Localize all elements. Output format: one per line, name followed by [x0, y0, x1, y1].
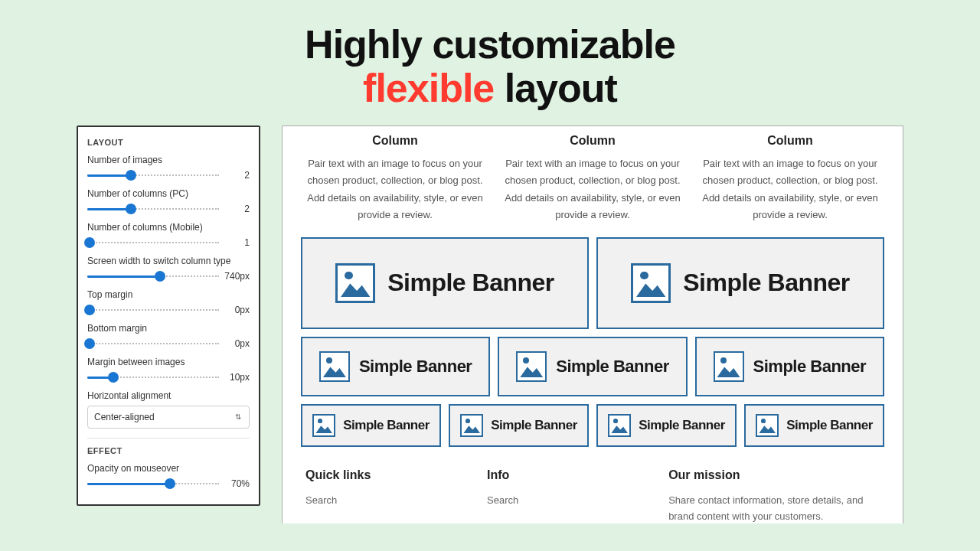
settings-sidebar: LAYOUT Number of images 2 Number of colu…: [77, 126, 260, 506]
image-placeholder-icon: [319, 351, 350, 382]
value-bottom-margin: 0px: [224, 338, 250, 349]
preview-column: Column Pair text with an image to focus …: [498, 134, 687, 223]
value-switch-width: 740px: [224, 271, 250, 282]
value-opacity: 70%: [224, 478, 250, 489]
image-placeholder-icon: [312, 414, 335, 437]
footer-link-search[interactable]: Search: [305, 494, 337, 506]
banner-label: Simple Banner: [556, 357, 669, 377]
control-number-of-images: Number of images 2: [87, 155, 250, 181]
label-switch-width: Screen width to switch column type: [87, 256, 250, 266]
control-image-margin: Margin between images 10px: [87, 357, 250, 383]
column-body: Pair text with an image to focus on your…: [696, 155, 884, 223]
control-opacity: Opacity on mouseover 70%: [87, 463, 250, 489]
hero-line1: Highly customizable: [305, 22, 675, 67]
label-opacity: Opacity on mouseover: [87, 463, 250, 474]
hero-heading: Highly customizable flexible layout: [0, 23, 980, 110]
footer-mission: Our mission Share contact information, s…: [668, 468, 880, 524]
control-horizontal-alignment: Horizontal alignment Center-aligned ⇅: [87, 390, 250, 429]
image-placeholder-icon: [631, 263, 671, 303]
label-h-align: Horizontal alignment: [87, 390, 250, 401]
image-placeholder-icon: [516, 351, 547, 382]
banner-label: Simple Banner: [359, 357, 472, 377]
slider-opacity[interactable]: [87, 478, 219, 489]
banner-item[interactable]: Simple Banner: [301, 404, 441, 447]
preview-pane: Column Pair text with an image to focus …: [282, 126, 903, 523]
column-heading: Column: [696, 134, 884, 148]
hero-line2-rest: layout: [494, 66, 617, 110]
label-cols-pc: Number of columns (PC): [87, 188, 250, 199]
section-header-layout: LAYOUT: [87, 138, 250, 147]
footer-heading: Info: [487, 468, 638, 482]
slider-cols-pc[interactable]: [87, 204, 219, 214]
banner-item[interactable]: Simple Banner: [596, 237, 884, 329]
image-placeholder-icon: [335, 263, 375, 303]
footer-link-search[interactable]: Search: [487, 494, 518, 506]
image-placeholder-icon: [756, 414, 779, 437]
label-bottom-margin: Bottom margin: [87, 323, 250, 334]
banner-grid: Simple Banner Simple Banner Simple Banne…: [283, 223, 903, 447]
footer-quick-links: Quick links Search: [305, 468, 456, 524]
image-placeholder-icon: [608, 414, 631, 437]
hero-accent: flexible: [363, 66, 494, 110]
section-header-effect: EFFECT: [87, 446, 250, 455]
preview-column: Column Pair text with an image to focus …: [696, 134, 884, 223]
footer-mission-body: Share contact information, store details…: [668, 493, 880, 524]
banner-item[interactable]: Simple Banner: [744, 404, 884, 447]
control-top-margin: Top margin 0px: [87, 289, 250, 315]
banner-item[interactable]: Simple Banner: [695, 337, 884, 396]
banner-label: Simple Banner: [753, 357, 867, 377]
slider-switch-width[interactable]: [87, 271, 219, 282]
slider-cols-mobile[interactable]: [87, 237, 219, 248]
control-number-of-columns-mobile: Number of columns (Mobile) 1: [87, 222, 250, 248]
slider-num-images[interactable]: [87, 170, 219, 181]
column-heading: Column: [498, 134, 687, 148]
banner-item[interactable]: Simple Banner: [301, 337, 490, 396]
control-switch-width: Screen width to switch column type 740px: [87, 256, 250, 282]
banner-label: Simple Banner: [387, 269, 554, 297]
banner-item[interactable]: Simple Banner: [301, 237, 589, 329]
slider-top-margin[interactable]: [87, 305, 219, 315]
value-num-images: 2: [224, 170, 250, 181]
select-horizontal-alignment[interactable]: Center-aligned ⇅: [87, 406, 250, 429]
preview-column: Column Pair text with an image to focus …: [301, 134, 489, 223]
column-heading: Column: [301, 134, 489, 148]
banner-label: Simple Banner: [491, 418, 577, 433]
slider-img-margin[interactable]: [87, 372, 219, 383]
banner-label: Simple Banner: [683, 269, 850, 297]
select-value: Center-aligned: [94, 412, 155, 422]
hero-title: Highly customizable flexible layout: [0, 0, 980, 126]
chevron-up-down-icon: ⇅: [235, 413, 243, 421]
banner-item[interactable]: Simple Banner: [449, 404, 589, 447]
banner-label: Simple Banner: [343, 418, 430, 433]
label-img-margin: Margin between images: [87, 357, 250, 367]
footer-heading: Our mission: [668, 468, 880, 482]
label-cols-mobile: Number of columns (Mobile): [87, 222, 250, 233]
section-divider: [87, 438, 250, 439]
banner-item[interactable]: Simple Banner: [498, 337, 687, 396]
label-top-margin: Top margin: [87, 289, 250, 300]
column-body: Pair text with an image to focus on your…: [498, 155, 687, 223]
footer-heading: Quick links: [305, 468, 456, 482]
image-placeholder-icon: [460, 414, 483, 437]
banner-label: Simple Banner: [786, 418, 873, 433]
value-cols-mobile: 1: [224, 237, 250, 248]
value-cols-pc: 2: [224, 204, 250, 214]
image-placeholder-icon: [714, 351, 744, 382]
label-num-images: Number of images: [87, 155, 250, 165]
column-body: Pair text with an image to focus on your…: [301, 155, 489, 223]
value-img-margin: 10px: [224, 372, 250, 383]
control-bottom-margin: Bottom margin 0px: [87, 323, 250, 349]
footer-info: Info Search: [487, 468, 638, 524]
slider-bottom-margin[interactable]: [87, 338, 219, 349]
preview-footer: Quick links Search Info Search Our missi…: [283, 455, 903, 524]
banner-label: Simple Banner: [639, 418, 725, 433]
value-top-margin: 0px: [224, 305, 250, 315]
banner-item[interactable]: Simple Banner: [596, 404, 737, 447]
control-number-of-columns-pc: Number of columns (PC) 2: [87, 188, 250, 214]
